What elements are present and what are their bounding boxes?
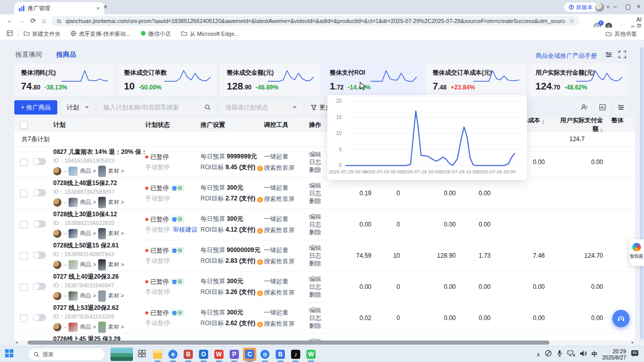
- tab-close-icon[interactable]: ×: [97, 5, 100, 11]
- search-top-screen-tool[interactable]: 搜索抢首屏: [264, 226, 309, 235]
- log-action[interactable]: 日志: [309, 190, 332, 197]
- metric-column-header[interactable]: 整体: [611, 118, 634, 133]
- info-icon[interactable]: i: [257, 290, 263, 296]
- row-checkbox[interactable]: [20, 190, 28, 197]
- one-key-boost-tool[interactable]: 一键起量: [264, 215, 309, 223]
- product-thumbnail[interactable]: [69, 229, 78, 238]
- product-thumbnail[interactable]: [69, 260, 78, 269]
- metric-card[interactable]: 整体支付ROI 1.72-14.43%: [323, 63, 423, 96]
- bookmark-item[interactable]: 微信小店: [141, 30, 171, 38]
- search-icon[interactable]: [205, 104, 211, 110]
- campaign-row[interactable]: 0727 线上40退20保3.26 ID：1838784011949947 ∞ …: [14, 272, 635, 303]
- row-checkbox[interactable]: [20, 159, 28, 166]
- taskbar-app-file-explorer[interactable]: [151, 348, 164, 361]
- promote-product-button[interactable]: + 推广商品: [14, 100, 57, 115]
- select-all-checkbox[interactable]: [20, 121, 28, 129]
- edit-action[interactable]: 编辑: [309, 307, 332, 314]
- row-checkbox[interactable]: [20, 283, 28, 291]
- product-thumbnail[interactable]: [69, 291, 78, 301]
- material-thumbnail[interactable]: [98, 197, 106, 208]
- search-top-screen-tool[interactable]: 搜索抢首屏: [264, 164, 309, 172]
- row-checkbox[interactable]: [20, 252, 28, 260]
- product-link[interactable]: 商品 >: [80, 198, 96, 206]
- task-view-icon[interactable]: [138, 350, 146, 359]
- column-settings-icon-button[interactable]: [614, 101, 628, 114]
- tray-volume-icon[interactable]: [580, 350, 587, 359]
- review-suggestion-link[interactable]: 审核建议: [173, 225, 197, 234]
- one-key-boost-tool[interactable]: 一键起量: [264, 152, 309, 161]
- info-icon[interactable]: i: [257, 228, 263, 234]
- product-link[interactable]: 商品 >: [80, 323, 96, 331]
- metric-card[interactable]: 用户实际支付金额(元) 124.70-48.62%: [529, 63, 629, 96]
- log-action[interactable]: 日志: [309, 283, 332, 291]
- campaign-toggle[interactable]: [33, 283, 46, 290]
- one-key-boost-tool[interactable]: 一键起量: [264, 184, 309, 192]
- product-thumbnail[interactable]: [69, 323, 78, 332]
- metric-card[interactable]: 整体消耗(元) 74.80-38.13%: [14, 63, 114, 96]
- reload-icon[interactable]: ⟳: [30, 17, 36, 25]
- plan-status-select[interactable]: 请筛选计划状态: [220, 100, 302, 115]
- info-icon[interactable]: i: [257, 259, 263, 265]
- tray-dnd-icon[interactable]: [545, 350, 552, 359]
- display-settings-icon[interactable]: [605, 51, 613, 59]
- browser-menu-icon[interactable]: ≡: [607, 4, 613, 10]
- plan-type-select[interactable]: 计划: [61, 100, 94, 115]
- campaign-row[interactable]: 0728线上30退10保4.12 ID：1838882156822820 ∞ 商…: [14, 209, 635, 240]
- promotion-tab-0[interactable]: 推直播间: [15, 50, 42, 59]
- assistant-widget[interactable]: 智投星: [629, 239, 644, 266]
- delete-action[interactable]: 删除: [309, 322, 332, 330]
- notification-center-icon[interactable]: [631, 350, 639, 359]
- campaign-row[interactable]: 0728线上50退15 保2.61 ID：1838881140807843 ∞ …: [14, 240, 635, 272]
- forward-icon[interactable]: →: [18, 17, 25, 25]
- material-thumbnail[interactable]: [98, 322, 106, 333]
- material-link[interactable]: 素材 >: [108, 167, 124, 175]
- taskbar-search-input[interactable]: 搜索: [29, 349, 104, 360]
- taskbar-app-blue-square-app[interactable]: B: [274, 348, 287, 361]
- taskbar-app-red-store-app[interactable]: B: [182, 348, 195, 361]
- material-link[interactable]: 素材 >: [108, 198, 124, 206]
- taskbar-app-wps[interactable]: W: [212, 348, 226, 361]
- delete-action[interactable]: 删除: [309, 229, 332, 236]
- product-link[interactable]: 商品 >: [80, 292, 96, 300]
- home-icon[interactable]: ⌂: [42, 17, 46, 25]
- other-bookmarks-button[interactable]: 其他书签: [606, 30, 637, 38]
- new-version-badge[interactable]: 新版本: [564, 3, 597, 12]
- vertical-scrollbar[interactable]: [640, 47, 643, 340]
- log-action[interactable]: 日志: [309, 252, 332, 260]
- product-link[interactable]: 商品 >: [80, 261, 96, 268]
- taskbar-app-green-chat-app[interactable]: W: [304, 348, 318, 361]
- row-checkbox[interactable]: [20, 314, 28, 322]
- bookmark-item[interactable]: 新建文件夹: [24, 30, 60, 38]
- bookmark-item[interactable]: 从 Microsoft Edge...: [181, 30, 239, 38]
- horizontal-scrollbar[interactable]: ◂ ▸: [14, 341, 635, 345]
- campaign-row[interactable]: 0727 线上53退20保2.62 ID：1838783541163209 ∞ …: [14, 303, 635, 334]
- edit-action[interactable]: 编辑: [309, 182, 332, 190]
- chart-columns-icon-button[interactable]: [596, 101, 609, 114]
- campaign-toggle[interactable]: [33, 314, 46, 321]
- taskbar-app-edge-browser[interactable]: e: [166, 348, 180, 361]
- material-thumbnail[interactable]: [98, 259, 106, 270]
- metric-card[interactable]: 整体成交订单数 10-50.00%: [117, 63, 217, 96]
- window-close-button[interactable]: ×: [637, 3, 640, 10]
- info-icon[interactable]: i: [257, 197, 263, 202]
- search-top-screen-tool[interactable]: 搜索抢首屏: [264, 320, 309, 328]
- product-thumbnail[interactable]: [69, 167, 78, 176]
- back-icon[interactable]: ←: [6, 17, 13, 25]
- horizontal-scrollbar-thumb[interactable]: [28, 341, 549, 345]
- campaign-toggle[interactable]: [33, 220, 46, 228]
- window-minimize-button[interactable]: –: [613, 3, 617, 10]
- bookmark-item[interactable]: 虎牙直播-技术驱动...: [71, 30, 130, 38]
- tray-chevron-up-icon[interactable]: ∧: [536, 351, 540, 358]
- widgets-weather-thumbnail[interactable]: [110, 348, 133, 361]
- column-header-tools[interactable]: 调控工具: [264, 121, 309, 129]
- material-link[interactable]: 素材 >: [108, 323, 124, 331]
- search-top-screen-tool[interactable]: 搜索抢首屏: [264, 195, 309, 203]
- material-thumbnail[interactable]: [98, 290, 106, 302]
- info-icon[interactable]: i: [257, 166, 263, 171]
- start-button[interactable]: [5, 349, 13, 359]
- log-action[interactable]: 日志: [309, 221, 332, 229]
- edit-action[interactable]: 编辑: [309, 276, 332, 283]
- product-thumbnail[interactable]: [69, 198, 78, 207]
- material-link[interactable]: 素材 >: [108, 261, 124, 268]
- metric-column-header[interactable]: 用户实际支付金额: [555, 118, 611, 133]
